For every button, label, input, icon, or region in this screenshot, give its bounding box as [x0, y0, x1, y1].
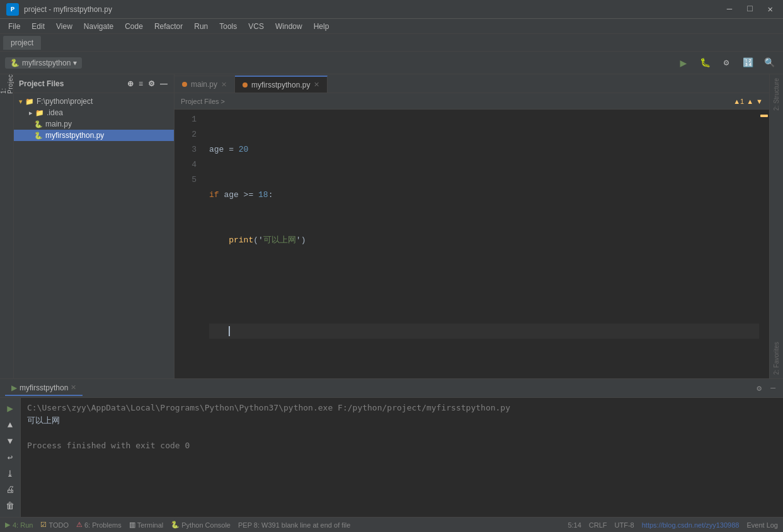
panel-settings-icon[interactable]: ⚙ — [147, 78, 156, 89]
title-bar: P project - myfirsstpython.py — □ ✕ — [0, 0, 783, 19]
idea-folder-icon: 📁 — [35, 109, 44, 117]
status-right: 5:14 CRLF UTF-8 https://blog.csdn.net/zy… — [568, 521, 778, 529]
build-button[interactable]: ⚙ — [717, 54, 735, 72]
menu-navigate[interactable]: Navigate — [79, 21, 118, 32]
menu-file[interactable]: File — [3, 21, 25, 32]
run-tab-icon: ▶ — [11, 383, 17, 392]
search-button[interactable]: 🔍 — [760, 54, 778, 72]
favorites-tab[interactable]: 2: Favorites — [772, 338, 781, 378]
run-output: C:\Users\zyy\AppData\Local\Programs\Pyth… — [21, 398, 783, 517]
tab-mainpy[interactable]: main.py ✕ — [174, 76, 235, 93]
code-editor[interactable]: 1 2 3 4 5 age = 20 if age >= 18: print('… — [174, 110, 769, 378]
panel-minimize-icon[interactable]: — — [159, 78, 169, 89]
warning-up-icon[interactable]: ▲ — [746, 98, 753, 105]
code-line-3: print('可以上网') — [209, 233, 759, 248]
run-config-chevron: ▾ — [73, 59, 77, 67]
coverage-button[interactable]: 🔢 — [739, 54, 757, 72]
code-age: age — [209, 142, 224, 157]
tab-myfirst[interactable]: myfirsstpython.py ✕ — [235, 76, 328, 93]
menu-window[interactable]: Window — [270, 21, 307, 32]
panel-options-icon[interactable]: ≡ — [137, 78, 144, 89]
event-log[interactable]: Event Log — [746, 521, 778, 529]
minimize-button[interactable]: — — [723, 3, 736, 16]
tree-item-idea[interactable]: ▸ 📁 .idea — [14, 107, 174, 118]
py-file-icon-myfirst: 🐍 — [34, 132, 43, 140]
scroll-up-button[interactable]: ▲ — [3, 418, 18, 432]
status-python-console[interactable]: 🐍 Python Console — [171, 521, 231, 529]
project-tab[interactable]: project — [3, 36, 41, 50]
breadcrumb: Project Files > — [181, 98, 225, 105]
title-bar-left: P project - myfirsstpython.py — [6, 3, 112, 16]
menu-tools[interactable]: Tools — [214, 21, 242, 32]
charset: UTF-8 — [615, 521, 634, 529]
menu-refactor[interactable]: Refactor — [149, 21, 188, 32]
menu-code[interactable]: Code — [120, 21, 148, 32]
url-link[interactable]: https://blog.csdn.net/zyy130988 — [642, 521, 740, 529]
clear-button[interactable]: 🗑 — [3, 499, 18, 513]
menu-edit[interactable]: Edit — [26, 21, 50, 32]
toolbar: 🐍 myfirsstpython ▾ ▶ 🐛 ⚙ 🔢 🔍 — [0, 52, 783, 74]
run-config-selector[interactable]: 🐍 myfirsstpython ▾ — [5, 57, 82, 69]
debug-button[interactable]: 🐛 — [696, 54, 714, 72]
scroll-to-end-button[interactable]: ⤓ — [3, 467, 18, 480]
run-config-name: myfirsstpython — [22, 59, 71, 67]
warning-text: PEP 8: W391 blank line at end of file — [238, 521, 350, 529]
main-content: 1: Project Project Files ⊕ ≡ ⚙ — ▾ 📁 F:\… — [0, 74, 783, 378]
tab-myfirst-close[interactable]: ✕ — [314, 81, 319, 89]
menu-run[interactable]: Run — [189, 21, 213, 32]
app-logo: P — [6, 3, 19, 16]
tab-myfirst-label: myfirsstpython.py — [251, 81, 310, 89]
print-button[interactable]: 🖨 — [3, 483, 18, 497]
menu-bar: File Edit View Navigate Code Refactor Ru… — [0, 19, 783, 34]
menu-view[interactable]: View — [51, 21, 77, 32]
tab-mainpy-close[interactable]: ✕ — [221, 81, 227, 89]
folder-icon: 📁 — [25, 98, 34, 106]
status-todo[interactable]: ☑ TODO — [40, 521, 69, 529]
cmd-line: C:\Users\zyy\AppData\Local\Programs\Pyth… — [27, 402, 777, 414]
status-run[interactable]: ▶ 4: Run — [5, 521, 33, 529]
tree-item-myfirst[interactable]: 🐍 myfirsstpython.py — [14, 130, 174, 141]
file-tabs: main.py ✕ myfirsstpython.py ✕ — [174, 74, 769, 93]
bottom-settings-icon[interactable]: ⚙ — [754, 382, 764, 395]
run-config-icon: 🐍 — [10, 59, 20, 67]
code-content[interactable]: age = 20 if age >= 18: print('可以上网') — [203, 110, 759, 378]
scroll-down-button[interactable]: ▼ — [3, 434, 18, 448]
project-sidebar-btn[interactable]: 1: Project — [1, 77, 13, 89]
warning-down-icon[interactable]: ▼ — [756, 98, 763, 105]
todo-icon: ☑ — [40, 521, 47, 529]
structure-tab[interactable]: 2: Structure — [772, 74, 781, 115]
run-button[interactable]: ▶ — [675, 54, 692, 72]
run-again-button[interactable]: ▶ — [3, 402, 18, 416]
close-button[interactable]: ✕ — [764, 3, 777, 16]
panel-sync-icon[interactable]: ⊕ — [126, 78, 135, 89]
python-console-label: Python Console — [181, 521, 231, 529]
status-warning-msg: PEP 8: W391 blank line at end of file — [238, 521, 350, 529]
bottom-close-icon[interactable]: — — [768, 382, 778, 395]
run-tab[interactable]: ▶ myfirsstpython ✕ — [5, 381, 83, 396]
breadcrumb-right: ▲1 ▲ ▼ — [733, 98, 763, 105]
wrap-button[interactable]: ↩ — [3, 451, 18, 465]
process-line: Process finished with exit code 0 — [27, 439, 777, 452]
run-tab-label: myfirsstpython — [20, 383, 68, 392]
status-problems[interactable]: ⚠ 6: Problems — [76, 521, 122, 529]
problems-icon: ⚠ — [76, 521, 83, 529]
maximize-button[interactable]: □ — [743, 3, 756, 16]
output-area: ▶ ▲ ▼ ↩ ⤓ 🖨 🗑 C:\Users\zyy\AppData\Local… — [0, 398, 783, 517]
folder-collapsed-icon: ▸ — [29, 109, 33, 117]
status-left: ▶ 4: Run ☑ TODO ⚠ 6: Problems ▥ Terminal… — [5, 521, 350, 529]
status-terminal[interactable]: ▥ Terminal — [129, 521, 164, 529]
panel-title: Project Files — [19, 79, 64, 88]
file-tree: ▾ 📁 F:\python\project ▸ 📁 .idea 🐍 main.p… — [14, 93, 174, 378]
problems-label: 6: Problems — [84, 521, 122, 529]
tree-item-mainpy[interactable]: 🐍 main.py — [14, 118, 174, 130]
menu-vcs[interactable]: VCS — [243, 21, 269, 32]
tree-item-root[interactable]: ▾ 📁 F:\python\project — [14, 96, 174, 107]
run-toolbar: ▶ ▲ ▼ ↩ ⤓ 🖨 🗑 — [0, 398, 21, 517]
status-bar: ▶ 4: Run ☑ TODO ⚠ 6: Problems ▥ Terminal… — [0, 517, 783, 532]
bottom-tabs: ▶ myfirsstpython ✕ ⚙ — — [0, 379, 783, 398]
panel-header: Project Files ⊕ ≡ ⚙ — — [14, 74, 174, 93]
menu-help[interactable]: Help — [309, 21, 334, 32]
python-console-icon: 🐍 — [171, 521, 180, 529]
window-title: project - myfirsstpython.py — [24, 5, 112, 14]
run-tab-close[interactable]: ✕ — [71, 383, 76, 392]
